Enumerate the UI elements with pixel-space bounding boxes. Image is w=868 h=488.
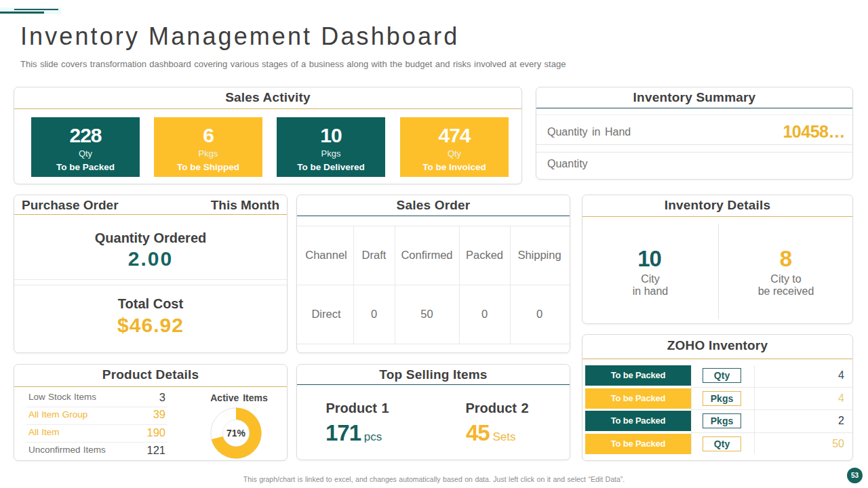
- svg-text:71%: 71%: [226, 428, 246, 439]
